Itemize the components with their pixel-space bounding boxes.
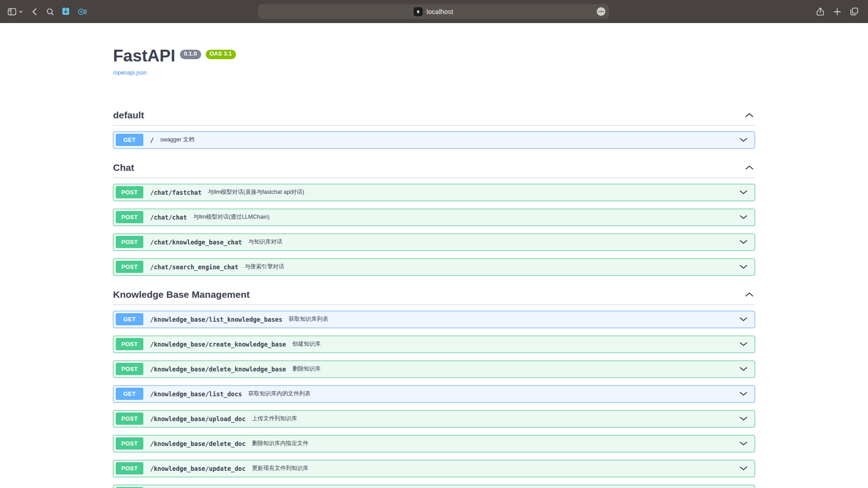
tag-section: default GET / swagger 文档 xyxy=(113,104,755,149)
browser-toolbar: localhost xyxy=(0,0,868,23)
endpoint-description: swagger 文档 xyxy=(160,136,194,144)
endpoint-path: / xyxy=(150,136,154,144)
endpoint-path: /knowledge_base/list_knowledge_bases xyxy=(150,316,283,323)
endpoint-description: 创建知识库 xyxy=(292,340,321,348)
version-badge: 0.1.0 xyxy=(180,50,201,59)
endpoint-row[interactable]: POST /knowledge_base/create_knowledge_ba… xyxy=(113,336,755,353)
endpoint-path: /chat/fastchat xyxy=(150,189,202,196)
endpoint-path: /chat/knowledge_base_chat xyxy=(150,239,242,246)
tag-section: Chat POST /chat/fastchat 与llm模型对话(直接与fas… xyxy=(113,156,755,276)
page-title: FastAPI xyxy=(113,47,175,66)
endpoint-row[interactable]: POST /knowledge_base/delete_doc 删除知识库内指定… xyxy=(113,435,755,452)
tag-section-header[interactable]: default xyxy=(113,104,755,126)
api-info: FastAPI 0.1.0 OAS 3.1 /openapi.json xyxy=(113,47,755,76)
share-icon[interactable] xyxy=(816,7,825,16)
collapse-section-chevron-up-icon[interactable] xyxy=(745,292,754,297)
expand-row-chevron-down-icon[interactable] xyxy=(740,392,747,396)
method-badge: POST xyxy=(116,338,143,350)
endpoint-description: 与知识库对话 xyxy=(248,238,282,246)
expand-row-chevron-down-icon[interactable] xyxy=(740,240,747,244)
expand-row-chevron-down-icon[interactable] xyxy=(740,417,747,421)
api-title-row: FastAPI 0.1.0 OAS 3.1 xyxy=(113,47,755,66)
method-badge: POST xyxy=(116,186,143,198)
endpoint-description: 上传文件到知识库 xyxy=(252,415,297,422)
sidebar-dropdown-chevron-icon[interactable] xyxy=(19,9,23,14)
endpoint-row[interactable]: POST /knowledge_base/recreate_vector_sto… xyxy=(113,485,755,488)
endpoint-description: 与llm模型对话(直接与fastchat api对话) xyxy=(208,188,304,196)
endpoint-path: /chat/chat xyxy=(150,214,187,221)
collapse-section-chevron-up-icon[interactable] xyxy=(745,113,754,117)
page-menu-ellipsis-icon[interactable] xyxy=(597,7,605,16)
url-text: localhost xyxy=(426,8,453,15)
section-body: GET / swagger 文档 xyxy=(113,126,755,149)
method-badge: POST xyxy=(116,413,143,425)
endpoint-description: 更新现有文件到知识库 xyxy=(252,465,308,472)
method-badge: POST xyxy=(116,462,143,474)
method-badge: GET xyxy=(116,313,143,325)
new-tab-plus-icon[interactable] xyxy=(833,7,842,16)
endpoint-path: /knowledge_base/upload_doc xyxy=(150,415,245,422)
endpoint-row[interactable]: POST /knowledge_base/update_doc 更新现有文件到知… xyxy=(113,460,755,477)
endpoint-description: 删除知识库内指定文件 xyxy=(252,440,308,447)
tab-overview-icon[interactable] xyxy=(849,7,859,16)
tag-section-header[interactable]: Chat xyxy=(113,156,755,178)
method-badge: GET xyxy=(116,134,143,146)
endpoint-row[interactable]: GET /knowledge_base/list_knowledge_bases… xyxy=(113,311,755,328)
endpoint-row[interactable]: POST /knowledge_base/upload_doc 上传文件到知识库 xyxy=(113,410,755,427)
expand-row-chevron-down-icon[interactable] xyxy=(740,367,747,371)
endpoint-description: 与llm模型对话(通过LLMChain) xyxy=(193,213,269,221)
expand-row-chevron-down-icon[interactable] xyxy=(740,215,747,219)
expand-row-chevron-down-icon[interactable] xyxy=(740,441,747,446)
back-icon[interactable] xyxy=(30,7,39,16)
endpoint-description: 与搜索引擎对话 xyxy=(245,263,284,271)
expand-row-chevron-down-icon[interactable] xyxy=(740,138,747,142)
section-body: GET /knowledge_base/list_knowledge_bases… xyxy=(113,305,755,488)
endpoint-path: /chat/search_engine_chat xyxy=(150,263,238,271)
bookmark-download-extension-icon[interactable] xyxy=(61,7,71,16)
endpoint-description: 删除知识库 xyxy=(292,365,321,373)
endpoint-row[interactable]: GET / swagger 文档 xyxy=(113,131,755,149)
endpoint-row[interactable]: POST /chat/fastchat 与llm模型对话(直接与fastchat… xyxy=(113,184,755,201)
endpoint-path: /knowledge_base/update_doc xyxy=(150,465,245,472)
section-body: POST /chat/fastchat 与llm模型对话(直接与fastchat… xyxy=(113,178,755,276)
endpoint-row[interactable]: POST /knowledge_base/delete_knowledge_ba… xyxy=(113,361,755,378)
address-bar[interactable]: localhost xyxy=(258,4,609,19)
oas-badge: OAS 3.1 xyxy=(206,50,236,59)
method-badge: POST xyxy=(116,363,143,375)
endpoint-path: /knowledge_base/delete_knowledge_base xyxy=(150,366,286,373)
expand-row-chevron-down-icon[interactable] xyxy=(740,265,747,269)
section-title: Chat xyxy=(113,162,134,173)
openapi-spec-link[interactable]: /openapi.json xyxy=(113,70,146,76)
endpoint-row[interactable]: POST /chat/search_engine_chat 与搜索引擎对话 xyxy=(113,258,755,276)
method-badge: POST xyxy=(116,211,143,223)
toolbar-left-group xyxy=(0,7,93,17)
radar-star-extension-icon[interactable] xyxy=(77,7,87,17)
endpoint-description: 获取知识库列表 xyxy=(289,315,329,323)
search-icon[interactable] xyxy=(46,7,55,16)
sections-container: default GET / swagger 文档 Chat xyxy=(113,104,755,488)
endpoint-row[interactable]: POST /chat/knowledge_base_chat 与知识库对话 xyxy=(113,234,755,251)
tag-section-header[interactable]: Knowledge Base Management xyxy=(113,283,755,305)
endpoint-path: /knowledge_base/create_knowledge_base xyxy=(150,341,286,348)
expand-row-chevron-down-icon[interactable] xyxy=(740,317,747,321)
method-badge: POST xyxy=(116,236,143,248)
sidebar-toggle-icon[interactable] xyxy=(7,7,17,16)
site-favicon-lightning-icon xyxy=(414,7,423,16)
expand-row-chevron-down-icon[interactable] xyxy=(740,466,747,470)
section-title: default xyxy=(113,110,144,121)
tag-section: Knowledge Base Management GET /knowledge… xyxy=(113,283,755,488)
collapse-section-chevron-up-icon[interactable] xyxy=(745,165,754,170)
method-badge: POST xyxy=(116,261,143,273)
endpoint-row[interactable]: GET /knowledge_base/list_docs 获取知识库内的文件列… xyxy=(113,385,755,403)
method-badge: GET xyxy=(116,388,143,400)
expand-row-chevron-down-icon[interactable] xyxy=(740,342,747,346)
method-badge: POST xyxy=(116,437,143,450)
toolbar-right-group xyxy=(816,0,868,23)
section-title: Knowledge Base Management xyxy=(113,289,250,300)
expand-row-chevron-down-icon[interactable] xyxy=(740,190,747,194)
endpoint-path: /knowledge_base/list_docs xyxy=(150,390,242,398)
endpoint-path: /knowledge_base/delete_doc xyxy=(150,440,245,447)
endpoint-description: 获取知识库内的文件列表 xyxy=(248,390,311,398)
endpoint-row[interactable]: POST /chat/chat 与llm模型对话(通过LLMChain) xyxy=(113,209,755,226)
swagger-page: FastAPI 0.1.0 OAS 3.1 /openapi.json defa… xyxy=(0,47,868,488)
